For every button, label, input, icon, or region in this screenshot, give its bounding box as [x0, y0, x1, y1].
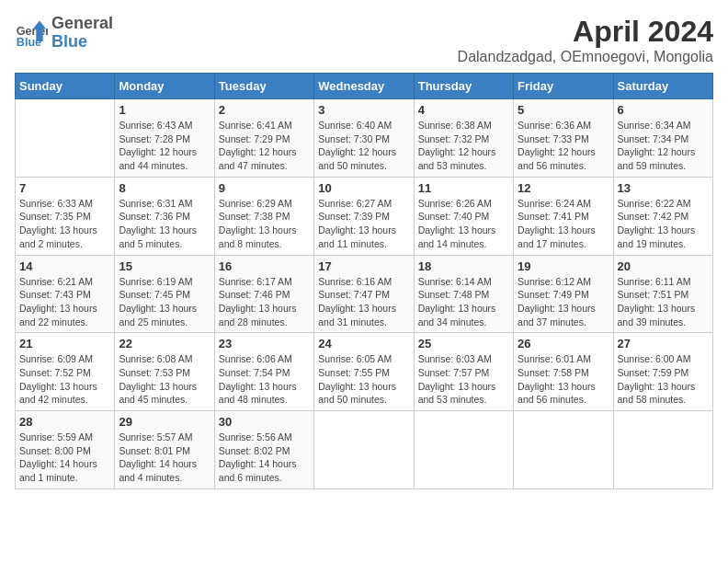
calendar-cell: 26Sunrise: 6:01 AMSunset: 7:58 PMDayligh… — [514, 333, 613, 411]
calendar-cell: 3Sunrise: 6:40 AMSunset: 7:30 PMDaylight… — [314, 99, 414, 178]
title-block: April 2024 Dalandzadgad, OEmnoegovi, Mon… — [458, 15, 713, 65]
logo-line1: General — [51, 15, 113, 33]
day-detail: Sunrise: 6:12 AMSunset: 7:49 PMDaylight:… — [518, 275, 609, 329]
calendar-cell: 18Sunrise: 6:14 AMSunset: 7:48 PMDayligh… — [414, 255, 513, 333]
weekday-friday: Friday — [514, 74, 613, 99]
calendar-cell: 20Sunrise: 6:11 AMSunset: 7:51 PMDayligh… — [613, 255, 712, 333]
day-detail: Sunrise: 6:43 AMSunset: 7:28 PMDaylight:… — [119, 119, 210, 173]
weekday-saturday: Saturday — [613, 74, 712, 99]
calendar-table: SundayMondayTuesdayWednesdayThursdayFrid… — [15, 73, 713, 489]
calendar-body: 1Sunrise: 6:43 AMSunset: 7:28 PMDaylight… — [16, 99, 713, 489]
day-detail: Sunrise: 6:03 AMSunset: 7:57 PMDaylight:… — [418, 352, 509, 407]
calendar-cell: 23Sunrise: 6:06 AMSunset: 7:54 PMDayligh… — [214, 333, 313, 411]
day-number: 26 — [518, 337, 609, 350]
calendar-cell: 25Sunrise: 6:03 AMSunset: 7:57 PMDayligh… — [414, 333, 513, 411]
calendar-cell: 22Sunrise: 6:08 AMSunset: 7:53 PMDayligh… — [115, 333, 214, 411]
day-number: 27 — [618, 337, 709, 350]
day-detail: Sunrise: 6:38 AMSunset: 7:32 PMDaylight:… — [418, 119, 509, 173]
calendar-cell: 21Sunrise: 6:09 AMSunset: 7:52 PMDayligh… — [16, 333, 115, 411]
day-number: 28 — [19, 415, 110, 429]
calendar-cell: 4Sunrise: 6:38 AMSunset: 7:32 PMDaylight… — [414, 99, 513, 178]
day-number: 22 — [119, 337, 210, 350]
calendar-cell: 6Sunrise: 6:34 AMSunset: 7:34 PMDaylight… — [613, 99, 712, 178]
page-title: April 2024 — [458, 15, 713, 49]
calendar-cell: 29Sunrise: 5:57 AMSunset: 8:01 PMDayligh… — [115, 411, 214, 489]
page-subtitle: Dalandzadgad, OEmnoegovi, Mongolia — [458, 49, 713, 65]
weekday-tuesday: Tuesday — [214, 74, 313, 99]
calendar-week-1: 1Sunrise: 6:43 AMSunset: 7:28 PMDaylight… — [16, 99, 713, 178]
calendar-cell: 30Sunrise: 5:56 AMSunset: 8:02 PMDayligh… — [214, 411, 313, 489]
day-detail: Sunrise: 5:56 AMSunset: 8:02 PMDaylight:… — [219, 431, 310, 485]
calendar-week-5: 28Sunrise: 5:59 AMSunset: 8:00 PMDayligh… — [16, 411, 713, 489]
day-detail: Sunrise: 6:16 AMSunset: 7:47 PMDaylight:… — [318, 275, 409, 329]
calendar-cell: 14Sunrise: 6:21 AMSunset: 7:43 PMDayligh… — [16, 255, 115, 333]
logo-text: General Blue — [51, 15, 113, 52]
day-number: 3 — [318, 103, 409, 117]
day-number: 4 — [418, 103, 509, 117]
weekday-thursday: Thursday — [414, 74, 513, 99]
day-number: 29 — [119, 415, 210, 429]
calendar-cell: 7Sunrise: 6:33 AMSunset: 7:35 PMDaylight… — [16, 177, 115, 255]
calendar-week-2: 7Sunrise: 6:33 AMSunset: 7:35 PMDaylight… — [16, 177, 713, 255]
day-number: 2 — [219, 103, 310, 117]
calendar-week-3: 14Sunrise: 6:21 AMSunset: 7:43 PMDayligh… — [16, 255, 713, 333]
day-detail: Sunrise: 6:21 AMSunset: 7:43 PMDaylight:… — [19, 275, 110, 329]
day-number: 9 — [219, 181, 310, 195]
day-number: 5 — [518, 103, 609, 117]
day-number: 15 — [119, 259, 210, 273]
day-number: 12 — [518, 181, 609, 195]
day-detail: Sunrise: 6:11 AMSunset: 7:51 PMDaylight:… — [618, 275, 709, 329]
day-detail: Sunrise: 6:19 AMSunset: 7:45 PMDaylight:… — [119, 275, 210, 329]
calendar-cell: 12Sunrise: 6:24 AMSunset: 7:41 PMDayligh… — [514, 177, 613, 255]
day-number: 11 — [418, 181, 509, 195]
day-number: 7 — [19, 181, 110, 195]
calendar-cell: 5Sunrise: 6:36 AMSunset: 7:33 PMDaylight… — [514, 99, 613, 178]
day-number: 30 — [219, 415, 310, 429]
day-detail: Sunrise: 6:41 AMSunset: 7:29 PMDaylight:… — [219, 119, 310, 173]
day-number: 21 — [19, 337, 110, 350]
day-number: 10 — [318, 181, 409, 195]
logo: General Blue General Blue — [15, 15, 113, 52]
day-detail: Sunrise: 6:29 AMSunset: 7:38 PMDaylight:… — [219, 197, 310, 251]
calendar-cell — [514, 411, 613, 489]
day-detail: Sunrise: 6:36 AMSunset: 7:33 PMDaylight:… — [518, 119, 609, 173]
day-number: 24 — [318, 337, 409, 350]
day-detail: Sunrise: 6:00 AMSunset: 7:59 PMDaylight:… — [618, 352, 709, 407]
logo-line2: Blue — [51, 33, 113, 52]
day-number: 20 — [618, 259, 709, 273]
day-number: 17 — [318, 259, 409, 273]
calendar-header: SundayMondayTuesdayWednesdayThursdayFrid… — [16, 74, 713, 99]
calendar-week-4: 21Sunrise: 6:09 AMSunset: 7:52 PMDayligh… — [16, 333, 713, 411]
calendar-cell: 17Sunrise: 6:16 AMSunset: 7:47 PMDayligh… — [314, 255, 414, 333]
day-detail: Sunrise: 6:01 AMSunset: 7:58 PMDaylight:… — [518, 352, 609, 407]
calendar-cell — [314, 411, 414, 489]
calendar-cell: 2Sunrise: 6:41 AMSunset: 7:29 PMDaylight… — [214, 99, 313, 178]
day-detail: Sunrise: 6:22 AMSunset: 7:42 PMDaylight:… — [618, 197, 709, 251]
calendar-cell — [613, 411, 712, 489]
calendar-cell: 1Sunrise: 6:43 AMSunset: 7:28 PMDaylight… — [115, 99, 214, 178]
day-detail: Sunrise: 6:40 AMSunset: 7:30 PMDaylight:… — [318, 119, 409, 173]
day-detail: Sunrise: 6:06 AMSunset: 7:54 PMDaylight:… — [219, 352, 310, 407]
calendar-cell: 9Sunrise: 6:29 AMSunset: 7:38 PMDaylight… — [214, 177, 313, 255]
calendar-cell: 28Sunrise: 5:59 AMSunset: 8:00 PMDayligh… — [16, 411, 115, 489]
day-detail: Sunrise: 6:33 AMSunset: 7:35 PMDaylight:… — [19, 197, 110, 251]
day-number: 18 — [418, 259, 509, 273]
weekday-header-row: SundayMondayTuesdayWednesdayThursdayFrid… — [16, 74, 713, 99]
day-number: 19 — [518, 259, 609, 273]
day-detail: Sunrise: 6:27 AMSunset: 7:39 PMDaylight:… — [318, 197, 409, 251]
calendar-cell: 24Sunrise: 6:05 AMSunset: 7:55 PMDayligh… — [314, 333, 414, 411]
day-detail: Sunrise: 6:31 AMSunset: 7:36 PMDaylight:… — [119, 197, 210, 251]
day-detail: Sunrise: 6:14 AMSunset: 7:48 PMDaylight:… — [418, 275, 509, 329]
day-number: 8 — [119, 181, 210, 195]
day-detail: Sunrise: 6:17 AMSunset: 7:46 PMDaylight:… — [219, 275, 310, 329]
weekday-sunday: Sunday — [16, 74, 115, 99]
calendar-cell: 13Sunrise: 6:22 AMSunset: 7:42 PMDayligh… — [613, 177, 712, 255]
calendar-cell: 27Sunrise: 6:00 AMSunset: 7:59 PMDayligh… — [613, 333, 712, 411]
day-detail: Sunrise: 5:57 AMSunset: 8:01 PMDaylight:… — [119, 431, 210, 485]
calendar-cell: 15Sunrise: 6:19 AMSunset: 7:45 PMDayligh… — [115, 255, 214, 333]
day-detail: Sunrise: 6:34 AMSunset: 7:34 PMDaylight:… — [618, 119, 709, 173]
day-detail: Sunrise: 6:24 AMSunset: 7:41 PMDaylight:… — [518, 197, 609, 251]
day-number: 1 — [119, 103, 210, 117]
day-detail: Sunrise: 6:26 AMSunset: 7:40 PMDaylight:… — [418, 197, 509, 251]
day-number: 14 — [19, 259, 110, 273]
